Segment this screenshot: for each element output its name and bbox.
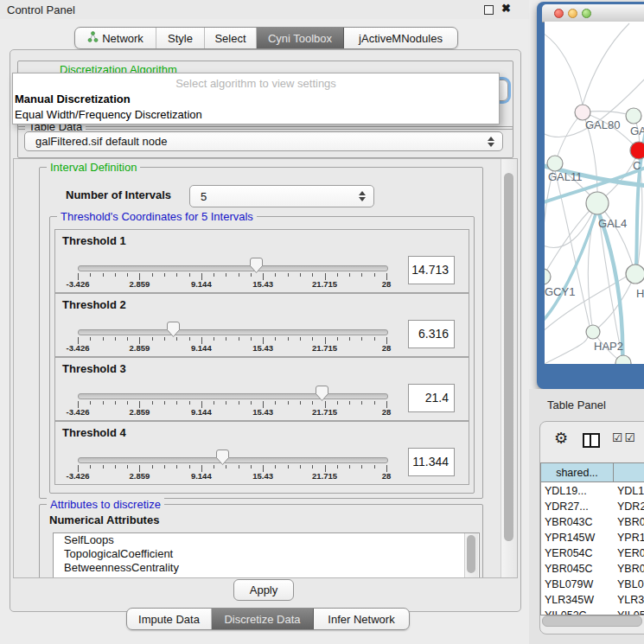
threshold-value-field[interactable]: 6.316 — [408, 320, 455, 348]
tick-mark — [189, 465, 190, 469]
network-node-h[interactable] — [626, 265, 644, 284]
tick-mark — [239, 337, 239, 341]
float-window-icon[interactable] — [484, 5, 494, 15]
threshold-value-field[interactable]: 11.344 — [408, 448, 455, 476]
threshold-label: Threshold 4 — [62, 426, 126, 439]
network-node-ga[interactable] — [626, 108, 641, 124]
gear-icon[interactable]: ⚙ — [554, 429, 568, 447]
table-cell-name: YDL19... — [617, 483, 644, 499]
table-row[interactable]: YER054CYER054C — [541, 545, 644, 561]
tab-discretize-data[interactable]: Discretize Data — [212, 609, 314, 629]
table-column-header[interactable]: shared... — [541, 463, 614, 482]
threshold-label: Threshold 3 — [62, 362, 126, 375]
tick-mark — [300, 337, 301, 341]
network-node-hap2[interactable] — [586, 325, 600, 339]
table-row[interactable]: YDR27...YDR27... — [541, 499, 644, 514]
popup-item-manual-discretization[interactable]: Manual Discretization — [15, 92, 131, 105]
table-column-header[interactable]: name — [614, 463, 644, 482]
tick-mark — [90, 337, 91, 341]
slider-thumb[interactable] — [249, 257, 264, 274]
close-icon[interactable]: ✖ — [501, 2, 511, 15]
table-row[interactable]: YLR345WYLR345W — [541, 592, 644, 608]
table-row[interactable]: YPR145WYPR145W — [541, 530, 644, 545]
numerical-attributes-label: Numerical Attributes — [49, 513, 159, 526]
network-edge — [545, 276, 628, 333]
tab-label: Impute Data — [138, 613, 200, 626]
settings-scrollbar[interactable] — [501, 159, 517, 577]
table-row[interactable]: YIL052CYIL052C — [541, 608, 644, 615]
checkboxes-icon[interactable]: ☑☑ — [612, 430, 637, 444]
tab-cyni-toolbox[interactable]: Cyni Toolbox — [257, 28, 344, 48]
network-edge — [545, 32, 583, 105]
tick-mark — [214, 337, 214, 341]
slider-track[interactable] — [78, 265, 388, 271]
table-row[interactable]: YBR045CYBR045C — [541, 561, 644, 577]
popup-item-equal-width-frequency[interactable]: Equal Width/Frequency Discretization — [15, 108, 202, 121]
attributes-scrollbar-thumb[interactable] — [467, 535, 475, 573]
network-node-gcy1[interactable] — [545, 269, 551, 284]
tick-mark — [337, 337, 338, 341]
network-node-label: GA — [630, 124, 644, 137]
tick-mark — [176, 401, 177, 405]
tick-mark — [361, 273, 362, 277]
threshold-value-field[interactable]: 14.713 — [408, 256, 455, 284]
tab-impute-data[interactable]: Impute Data — [127, 609, 212, 629]
tick-mark — [115, 273, 116, 277]
panel-title: Control Panel — [7, 3, 75, 16]
minimize-traffic-light[interactable] — [568, 9, 577, 18]
tick-mark — [288, 273, 289, 277]
tick-mark — [214, 401, 214, 405]
threshold-value-field[interactable]: 21.4 — [408, 384, 455, 412]
tick-mark — [239, 401, 239, 405]
number-of-intervals-combo[interactable]: 5 — [189, 185, 374, 207]
threshold-panel-2: Threshold 2-3.4262.8599.14415.4321.71528… — [54, 293, 469, 357]
table-cell-name: YLR345W — [617, 592, 644, 608]
attribute-item[interactable]: BetweennessCentrality — [54, 561, 479, 575]
table-data-combo[interactable]: galFiltered.sif default node — [24, 131, 503, 151]
table-row[interactable]: YBR043CYBR043C — [541, 514, 644, 530]
attribute-item[interactable]: SelfLoops — [54, 533, 479, 547]
slider-track[interactable] — [78, 329, 388, 335]
tick-label: 21.715 — [303, 279, 347, 289]
network-node[interactable] — [615, 355, 631, 364]
network-node-gal11[interactable] — [547, 156, 563, 171]
slider-thumb[interactable] — [315, 385, 329, 402]
slider-thumb[interactable] — [215, 449, 230, 466]
network-edge — [583, 23, 629, 105]
attributes-scrollbar[interactable] — [464, 533, 478, 578]
tick-label: 28 — [365, 471, 408, 481]
slider-thumb[interactable] — [166, 321, 181, 338]
tick-mark — [275, 465, 276, 469]
tick-mark — [275, 401, 276, 405]
tick-mark — [374, 401, 375, 405]
tick-mark — [127, 465, 128, 469]
column-layout-icon[interactable] — [583, 433, 600, 448]
network-node-c[interactable] — [630, 142, 644, 159]
tick-mark — [374, 337, 375, 341]
tick-mark — [288, 337, 289, 341]
network-icon — [87, 31, 99, 42]
tab-style[interactable]: Style — [156, 28, 205, 48]
tab-select[interactable]: Select — [205, 28, 257, 48]
table-horizontal-scrollbar[interactable] — [542, 615, 642, 627]
table-row[interactable]: YDL19...YDL19... — [541, 483, 644, 499]
threshold-panel-4: Threshold 4-3.4262.8599.14415.4321.71528… — [54, 421, 469, 485]
slider-track[interactable] — [78, 457, 388, 463]
table-panel-title: Table Panel — [547, 399, 606, 411]
close-traffic-light[interactable] — [554, 9, 564, 18]
tab-network[interactable]: Network — [75, 28, 156, 48]
settings-scrollbar-thumb[interactable] — [504, 173, 513, 541]
network-node-gal4[interactable] — [586, 192, 609, 214]
slider-track[interactable] — [78, 393, 388, 399]
attribute-item[interactable]: TopologicalCoefficient — [54, 547, 479, 561]
tick-label: 9.144 — [180, 471, 223, 481]
tab-label: jActiveMNodules — [359, 32, 443, 45]
tick-mark — [90, 273, 91, 277]
apply-button[interactable]: Apply — [233, 579, 294, 601]
network-window-titlebar[interactable] — [542, 4, 644, 22]
tab-jactivemnodules[interactable]: jActiveMNodules — [344, 28, 457, 48]
table-row[interactable]: YBL079WYBL079W — [541, 577, 644, 592]
tab-infer-network[interactable]: Infer Network — [314, 609, 409, 629]
zoom-traffic-light[interactable] — [582, 9, 591, 18]
network-canvas[interactable]: GAL80GACGAL11GAL4GCY1HHAP2 — [545, 22, 644, 364]
